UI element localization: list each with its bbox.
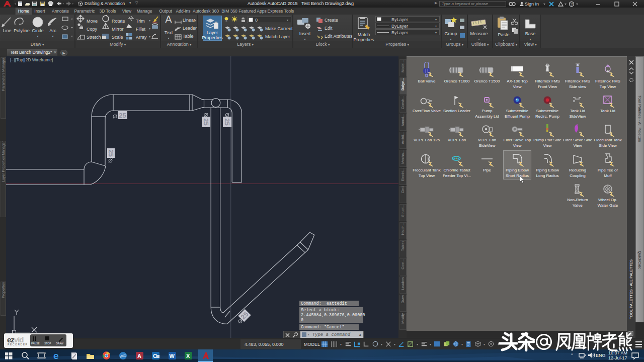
svg-text:e: e [53,351,59,360]
svg-text:X: X [186,353,190,359]
svg-text:25: 25 [202,118,210,125]
svg-text:25: 25 [107,149,115,156]
svg-text:25: 25 [119,112,126,119]
svg-text:25: 25 [223,118,231,125]
svg-text:?: ? [571,2,573,7]
svg-text:25: 25 [239,310,250,321]
svg-text:A: A [137,353,141,359]
svg-text:W: W [170,353,175,359]
svg-text:Sign In: Sign In [525,2,539,7]
svg-text:[−][Top][2D Wireframe]: [−][Top][2D Wireframe] [10,57,53,62]
